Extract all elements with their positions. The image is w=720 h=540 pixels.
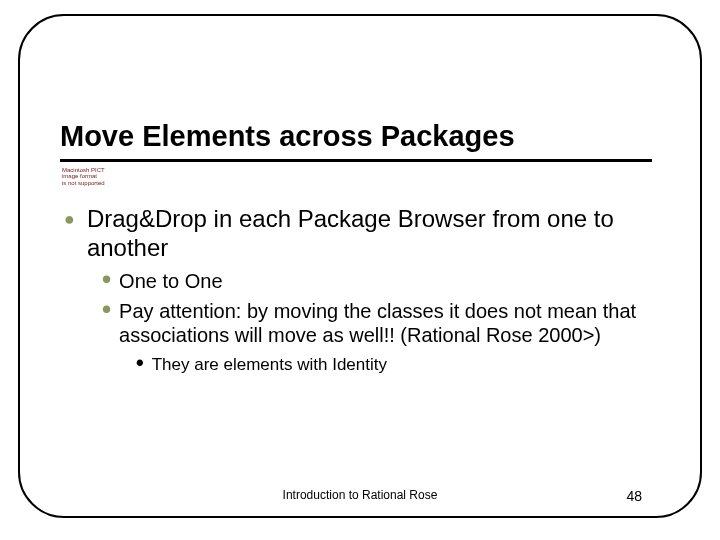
level3-text: They are elements with Identity [152,355,387,375]
slide-title: Move Elements across Packages [60,120,652,153]
body-text: ● Drag&Drop in each Package Browser from… [60,205,652,375]
level2-text: One to One [119,269,222,293]
dot-bullet-icon: • [102,299,111,347]
bullet-level2: • One to One [102,269,652,293]
footer-center: Introduction to Rational Rose [0,488,720,502]
title-underline [60,159,652,162]
dot-bullet-icon: • [102,269,111,293]
bullet-level1: ● Drag&Drop in each Package Browser from… [60,205,652,263]
disc-bullet-icon: ● [64,205,75,263]
level1-text: Drag&Drop in each Package Browser from o… [87,205,652,263]
slide-content: Move Elements across Packages Macintosh … [60,120,652,375]
level2-text: Pay attention: by moving the classes it … [119,299,652,347]
placeholder-line: is not supported [62,180,106,186]
slide: Move Elements across Packages Macintosh … [0,0,720,540]
bullet-level2: • Pay attention: by moving the classes i… [102,299,652,347]
page-number: 48 [626,488,642,504]
dot-bullet-icon: • [136,355,144,375]
image-placeholder: Macintosh PICT image format is not suppo… [60,166,108,203]
bullet-level3: • They are elements with Identity [136,355,652,375]
